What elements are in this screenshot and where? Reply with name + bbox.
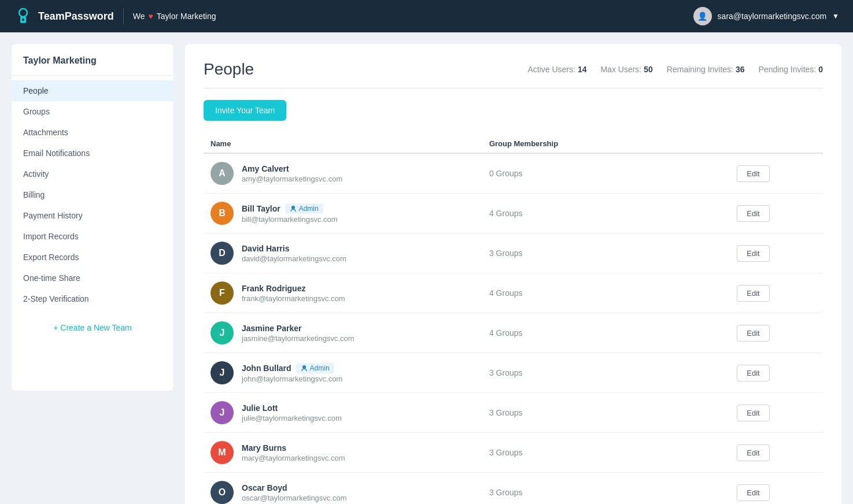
edit-button[interactable]: Edit bbox=[737, 165, 769, 182]
person-row: AAmy Calvertamy@taylormarketingsvc.com bbox=[211, 162, 475, 185]
admin-badge: Admin bbox=[296, 363, 334, 373]
heart-icon: ♥ bbox=[148, 12, 153, 21]
person-avatar: J bbox=[211, 401, 234, 424]
top-navigation: TeamPassword We ♥ Taylor Marketing 👤 sar… bbox=[0, 0, 853, 32]
page-stats: Active Users: 14 Max Users: 50 Remaining… bbox=[527, 65, 823, 74]
person-name-cell: JJulie Lottjulie@taylormarketingsvc.com bbox=[204, 393, 482, 433]
edit-button[interactable]: Edit bbox=[737, 444, 769, 461]
sidebar-item-export-records[interactable]: Export Records bbox=[12, 247, 173, 268]
sidebar-item-import-records[interactable]: Import Records bbox=[12, 226, 173, 247]
person-avatar: B bbox=[211, 202, 234, 225]
person-name: Mary Burns bbox=[242, 443, 286, 453]
person-info: Frank Rodriguezfrank@taylormarketingsvc.… bbox=[242, 284, 345, 303]
edit-button[interactable]: Edit bbox=[737, 325, 769, 342]
group-count: 4 Groups bbox=[489, 209, 523, 218]
person-name: Oscar Boyd bbox=[242, 483, 287, 492]
person-name-row: Frank Rodriguez bbox=[242, 284, 345, 293]
person-info: Jasmine Parkerjasmine@taylormarketingsvc… bbox=[242, 324, 355, 343]
person-name: Julie Lott bbox=[242, 403, 278, 413]
table-row: MMary Burnsmary@taylormarketingsvc.com3 … bbox=[204, 433, 823, 473]
svg-point-2 bbox=[22, 18, 24, 21]
table-row: JJulie Lottjulie@taylormarketingsvc.com3… bbox=[204, 393, 823, 433]
person-name-cell: MMary Burnsmary@taylormarketingsvc.com bbox=[204, 433, 482, 473]
person-email: julie@taylormarketingsvc.com bbox=[242, 414, 342, 423]
sidebar-item-groups[interactable]: Groups bbox=[12, 101, 173, 122]
person-row: MMary Burnsmary@taylormarketingsvc.com bbox=[211, 441, 475, 464]
person-action-cell: Edit bbox=[730, 473, 823, 505]
stat-remaining-invites: Remaining Invites: 36 bbox=[667, 65, 745, 74]
active-users-label: Active Users: bbox=[527, 65, 575, 74]
edit-button[interactable]: Edit bbox=[737, 285, 769, 302]
edit-button[interactable]: Edit bbox=[737, 205, 769, 222]
person-email: john@taylormarketingsvc.com bbox=[242, 375, 342, 383]
person-group-cell: 4 Groups bbox=[482, 313, 730, 353]
edit-button[interactable]: Edit bbox=[737, 405, 769, 421]
sidebar-item-billing[interactable]: Billing bbox=[12, 184, 173, 205]
group-count: 0 Groups bbox=[489, 169, 523, 178]
stat-pending-invites: Pending Invites: 0 bbox=[759, 65, 823, 74]
nav-left: TeamPassword We ♥ Taylor Marketing bbox=[14, 7, 216, 25]
dropdown-arrow-icon[interactable]: ▼ bbox=[832, 12, 839, 20]
sidebar-item-email-notifications[interactable]: Email Notifications bbox=[12, 143, 173, 164]
col-group-header: Group Membership bbox=[482, 135, 730, 153]
person-avatar: F bbox=[211, 281, 234, 305]
person-name-row: Mary Burns bbox=[242, 443, 345, 453]
nav-right: 👤 sara@taylormarketingsvc.com ▼ bbox=[693, 7, 839, 25]
edit-button[interactable]: Edit bbox=[737, 245, 769, 262]
group-count: 3 Groups bbox=[489, 249, 523, 258]
sidebar-item-people[interactable]: People bbox=[12, 80, 173, 101]
col-name-header: Name bbox=[204, 135, 482, 153]
person-name-row: David Harris bbox=[242, 244, 346, 253]
sidebar-item-one-time-share[interactable]: One-time Share bbox=[12, 268, 173, 288]
pending-invites-value: 0 bbox=[818, 65, 823, 74]
table-row: JJasmine Parkerjasmine@taylormarketingsv… bbox=[204, 313, 823, 353]
person-info: Amy Calvertamy@taylormarketingsvc.com bbox=[242, 164, 342, 183]
main-content: People Active Users: 14 Max Users: 50 Re… bbox=[185, 44, 841, 504]
person-name-row: Oscar Boyd bbox=[242, 483, 347, 492]
person-info: Oscar Boydoscar@taylormarketingsvc.com bbox=[242, 483, 347, 502]
person-avatar: J bbox=[211, 321, 234, 344]
sidebar-item-activity[interactable]: Activity bbox=[12, 164, 173, 184]
admin-badge: Admin bbox=[285, 203, 323, 214]
person-group-cell: 3 Groups bbox=[482, 353, 730, 393]
table-row: BBill Taylor Adminbill@taylormarketingsv… bbox=[204, 194, 823, 234]
person-email: mary@taylormarketingsvc.com bbox=[242, 454, 345, 462]
person-name-row: John Bullard Admin bbox=[242, 363, 342, 373]
table-header: Name Group Membership bbox=[204, 135, 823, 153]
max-users-label: Max Users: bbox=[600, 65, 641, 74]
person-email: oscar@taylormarketingsvc.com bbox=[242, 494, 347, 502]
person-name-cell: OOscar Boydoscar@taylormarketingsvc.com bbox=[204, 473, 482, 505]
person-action-cell: Edit bbox=[730, 313, 823, 353]
table-row: JJohn Bullard Adminjohn@taylormarketings… bbox=[204, 353, 823, 393]
logo: TeamPassword bbox=[14, 7, 114, 25]
person-group-cell: 3 Groups bbox=[482, 433, 730, 473]
active-users-value: 14 bbox=[578, 65, 587, 74]
max-users-value: 50 bbox=[644, 65, 653, 74]
table-row: AAmy Calvertamy@taylormarketingsvc.com0 … bbox=[204, 153, 823, 194]
person-group-cell: 3 Groups bbox=[482, 234, 730, 273]
person-row: JJulie Lottjulie@taylormarketingsvc.com bbox=[211, 401, 475, 424]
edit-button[interactable]: Edit bbox=[737, 484, 769, 501]
create-new-team-link[interactable]: + Create a New Team bbox=[12, 314, 173, 335]
person-action-cell: Edit bbox=[730, 433, 823, 473]
person-action-cell: Edit bbox=[730, 194, 823, 234]
person-name: Bill Taylor bbox=[242, 204, 280, 213]
person-row: JJasmine Parkerjasmine@taylormarketingsv… bbox=[211, 321, 475, 344]
svg-point-4 bbox=[302, 365, 306, 369]
invite-button[interactable]: Invite Your Team bbox=[204, 100, 286, 121]
person-email: bill@taylormarketingsvc.com bbox=[242, 215, 338, 224]
sidebar-item-payment-history[interactable]: Payment History bbox=[12, 205, 173, 226]
edit-button[interactable]: Edit bbox=[737, 365, 769, 381]
sidebar-item-attachments[interactable]: Attachments bbox=[12, 122, 173, 143]
table-row: OOscar Boydoscar@taylormarketingsvc.com3… bbox=[204, 473, 823, 505]
person-name-cell: AAmy Calvertamy@taylormarketingsvc.com bbox=[204, 153, 482, 194]
person-name-cell: BBill Taylor Adminbill@taylormarketingsv… bbox=[204, 194, 482, 234]
person-name-cell: JJasmine Parkerjasmine@taylormarketingsv… bbox=[204, 313, 482, 353]
group-count: 3 Groups bbox=[489, 488, 523, 497]
pending-invites-label: Pending Invites: bbox=[759, 65, 817, 74]
person-row: OOscar Boydoscar@taylormarketingsvc.com bbox=[211, 481, 475, 504]
person-name-row: Jasmine Parker bbox=[242, 324, 355, 333]
sidebar-item-2step[interactable]: 2-Step Verification bbox=[12, 288, 173, 309]
person-name: David Harris bbox=[242, 244, 289, 253]
person-name-cell: FFrank Rodriguezfrank@taylormarketingsvc… bbox=[204, 273, 482, 313]
